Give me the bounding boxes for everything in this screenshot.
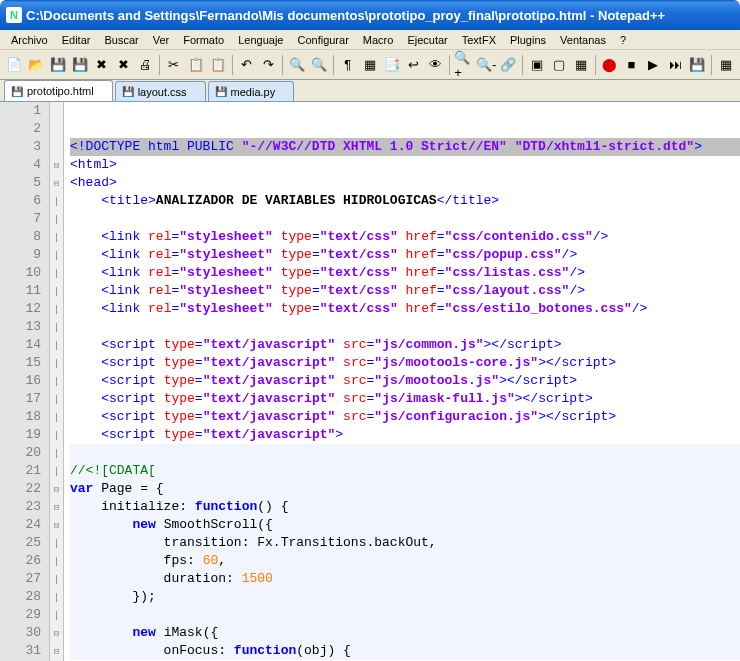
menu-editar[interactable]: Editar — [55, 32, 98, 48]
guide-button[interactable]: ▦ — [360, 54, 380, 76]
code-line-19[interactable]: <script type="text/javascript"> — [70, 426, 740, 444]
code-line-7[interactable] — [70, 210, 740, 228]
fold-column[interactable]: ⊟⊟||||||||||||||||⊟⊟⊟|||||⊟⊟ — [50, 102, 64, 661]
save-button[interactable]: 💾 — [48, 54, 68, 76]
toolbar-separator — [232, 55, 233, 75]
play-button[interactable]: ▶ — [643, 54, 663, 76]
find-button[interactable]: 🔍 — [287, 54, 307, 76]
code-line-12[interactable]: <link rel="stylesheet" type="text/css" h… — [70, 300, 740, 318]
save-macro-button[interactable]: 💾 — [687, 54, 707, 76]
menu-ejecutar[interactable]: Ejecutar — [400, 32, 454, 48]
toggle-button[interactable]: ▦ — [716, 54, 736, 76]
close-button[interactable]: ✖ — [92, 54, 112, 76]
toolbar-separator — [159, 55, 160, 75]
toolbar-separator — [449, 55, 450, 75]
code-line-27[interactable]: duration: 1500 — [70, 570, 740, 588]
ws-button[interactable]: ¶ — [338, 54, 358, 76]
tab-file-icon: 💾 — [215, 86, 227, 98]
code-line-16[interactable]: <script type="text/javascript" src="js/m… — [70, 372, 740, 390]
code-line-17[interactable]: <script type="text/javascript" src="js/i… — [70, 390, 740, 408]
tab-prototipo-html[interactable]: 💾prototipo.html — [4, 80, 113, 101]
tab-label: prototipo.html — [27, 85, 94, 97]
app-icon: N — [6, 7, 22, 23]
code-line-14[interactable]: <script type="text/javascript" src="js/c… — [70, 336, 740, 354]
play-multi-button[interactable]: ⏭ — [665, 54, 685, 76]
allchars-button[interactable]: 👁 — [425, 54, 445, 76]
code-line-10[interactable]: <link rel="stylesheet" type="text/css" h… — [70, 264, 740, 282]
menu-textfx[interactable]: TextFX — [455, 32, 503, 48]
code-line-2[interactable] — [70, 120, 740, 138]
replace-button[interactable]: 🔍 — [309, 54, 329, 76]
menu-lenguaje[interactable]: Lenguaje — [231, 32, 290, 48]
tab-layout-css[interactable]: 💾layout.css — [115, 81, 206, 101]
code-line-22[interactable]: var Page = { — [70, 480, 740, 498]
code-line-26[interactable]: fps: 60, — [70, 552, 740, 570]
toolbar-separator — [282, 55, 283, 75]
code-line-24[interactable]: new SmoothScroll({ — [70, 516, 740, 534]
open-button[interactable]: 📂 — [26, 54, 46, 76]
tab-label: media.py — [231, 86, 276, 98]
code-line-28[interactable]: }); — [70, 588, 740, 606]
code-line-31[interactable]: onFocus: function(obj) { — [70, 642, 740, 660]
code-line-6[interactable]: <title>ANALIZADOR DE VARIABLES HIDROLOGI… — [70, 192, 740, 210]
rec-button[interactable]: ⬤ — [600, 54, 620, 76]
code-line-1[interactable] — [70, 102, 740, 120]
code-line-20[interactable] — [70, 444, 740, 462]
toolbar-separator — [595, 55, 596, 75]
code-line-8[interactable]: <link rel="stylesheet" type="text/css" h… — [70, 228, 740, 246]
code-line-11[interactable]: <link rel="stylesheet" type="text/css" h… — [70, 282, 740, 300]
unfold-button[interactable]: ▢ — [549, 54, 569, 76]
code-area[interactable]: <!DOCTYPE html PUBLIC "-//W3C//DTD XHTML… — [64, 102, 740, 661]
menu-archivo[interactable]: Archivo — [4, 32, 55, 48]
cut-button[interactable]: ✂ — [164, 54, 184, 76]
print-button[interactable]: 🖨 — [135, 54, 155, 76]
wrap-button[interactable]: ↩ — [404, 54, 424, 76]
save-all-button[interactable]: 💾 — [70, 54, 90, 76]
toolbar-separator — [522, 55, 523, 75]
sync-button[interactable]: 🔗 — [498, 54, 518, 76]
code-line-30[interactable]: new iMask({ — [70, 624, 740, 642]
stop-button[interactable]: ■ — [622, 54, 642, 76]
menu-formato[interactable]: Formato — [176, 32, 231, 48]
menu-bar: ArchivoEditarBuscarVerFormatoLenguajeCon… — [0, 30, 740, 50]
tab-file-icon: 💾 — [11, 85, 23, 97]
redo-button[interactable]: ↷ — [258, 54, 278, 76]
code-line-18[interactable]: <script type="text/javascript" src="js/c… — [70, 408, 740, 426]
code-line-23[interactable]: initialize: function() { — [70, 498, 740, 516]
menu-ver[interactable]: Ver — [146, 32, 177, 48]
undo-button[interactable]: ↶ — [237, 54, 257, 76]
tab-media-py[interactable]: 💾media.py — [208, 81, 295, 101]
toolbar-separator — [333, 55, 334, 75]
tab-label: layout.css — [138, 86, 187, 98]
window-title: C:\Documents and Settings\Fernando\Mis d… — [26, 8, 665, 23]
menu-configurar[interactable]: Configurar — [290, 32, 355, 48]
zoom-out-button[interactable]: 🔍- — [476, 54, 496, 76]
tab-bar: 💾prototipo.html💾layout.css💾media.py — [0, 80, 740, 102]
code-line-5[interactable]: <head> — [70, 174, 740, 192]
new-button[interactable]: 📄 — [4, 54, 24, 76]
toolbar: 📄📂💾💾✖✖🖨✂📋📋↶↷🔍🔍¶▦📑↩👁🔍+🔍-🔗▣▢▦⬤■▶⏭💾▦ — [0, 50, 740, 80]
zoom-in-button[interactable]: 🔍+ — [454, 54, 474, 76]
fold-button[interactable]: ▣ — [527, 54, 547, 76]
menu-ventanas[interactable]: Ventanas — [553, 32, 613, 48]
code-line-29[interactable] — [70, 606, 740, 624]
code-line-9[interactable]: <link rel="stylesheet" type="text/css" h… — [70, 246, 740, 264]
udl-button[interactable]: 📑 — [382, 54, 402, 76]
menu-buscar[interactable]: Buscar — [97, 32, 145, 48]
code-line-21[interactable]: //<![CDATA[ — [70, 462, 740, 480]
editor: 1234567891011121314151617181920212223242… — [0, 102, 740, 661]
code-line-15[interactable]: <script type="text/javascript" src="js/m… — [70, 354, 740, 372]
toolbar-separator — [711, 55, 712, 75]
menu-plugins[interactable]: Plugins — [503, 32, 553, 48]
code-line-4[interactable]: <html> — [70, 156, 740, 174]
line-number-gutter[interactable]: 1234567891011121314151617181920212223242… — [0, 102, 50, 661]
code-line-3[interactable]: <!DOCTYPE html PUBLIC "-//W3C//DTD XHTML… — [70, 138, 740, 156]
menu-macro[interactable]: Macro — [356, 32, 401, 48]
menu-?[interactable]: ? — [613, 32, 633, 48]
paste-button[interactable]: 📋 — [208, 54, 228, 76]
code-line-13[interactable] — [70, 318, 740, 336]
hide-button[interactable]: ▦ — [571, 54, 591, 76]
copy-button[interactable]: 📋 — [186, 54, 206, 76]
code-line-25[interactable]: transition: Fx.Transitions.backOut, — [70, 534, 740, 552]
close-all-button[interactable]: ✖ — [113, 54, 133, 76]
